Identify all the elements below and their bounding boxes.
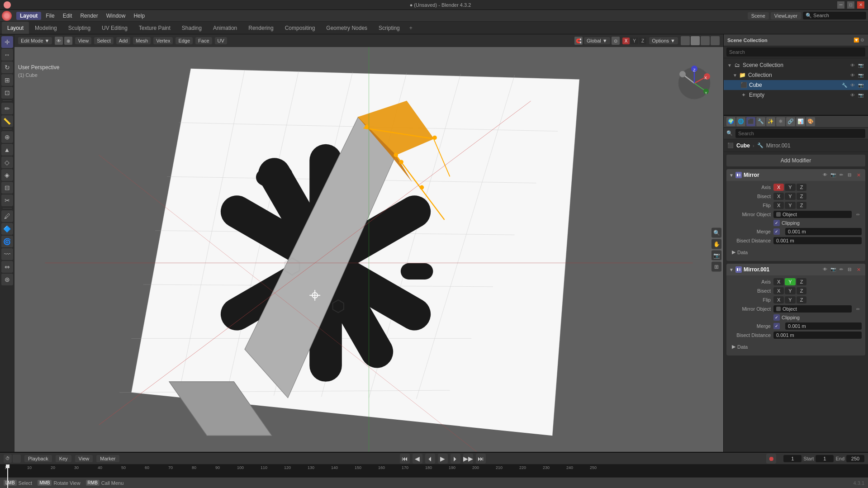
mirror2-realtime-btn[interactable]: 👁: [821, 265, 829, 273]
mirror2-render-btn[interactable]: 📷: [830, 265, 837, 273]
end-frame-input[interactable]: [846, 455, 864, 462]
shrink-fatten-tool[interactable]: ⊛: [1, 274, 13, 285]
mirror1-bisect-z-btn[interactable]: Z: [797, 193, 807, 200]
extrude-tool[interactable]: ▲: [1, 144, 13, 156]
scale-tool[interactable]: ⊞: [1, 74, 13, 86]
tab-scripting[interactable]: Scripting: [373, 22, 405, 34]
menu-edit[interactable]: Edit: [59, 12, 76, 20]
mirror2-flip-z-btn[interactable]: Z: [797, 296, 807, 303]
cube-vis-icon[interactable]: 👁: [849, 81, 856, 89]
prop-constraints-icon[interactable]: 🔗: [786, 117, 795, 126]
viewport-uv-btn[interactable]: UV: [215, 37, 227, 44]
menu-window[interactable]: Window: [103, 12, 129, 20]
outliner-row-scene-collection[interactable]: ▼ 🗂 Scene Collection 👁 📷: [724, 60, 868, 70]
prop-world-icon[interactable]: 🌐: [736, 117, 745, 126]
play-btn[interactable]: ▶: [438, 454, 448, 464]
mirror2-y-axis-btn[interactable]: Y: [785, 278, 795, 285]
menu-render[interactable]: Render: [76, 12, 101, 20]
smooth-tool[interactable]: 〰: [1, 248, 13, 260]
mirror1-bisect-dist-value[interactable]: 0.001 m: [773, 237, 862, 244]
tab-texture-paint[interactable]: Texture Paint: [133, 22, 176, 34]
edge-slide-tool[interactable]: ⇔: [1, 261, 13, 273]
scene-selector[interactable]: Scene: [748, 12, 769, 19]
wireframe-btn[interactable]: [681, 36, 690, 45]
scene-search[interactable]: 🔍 Search: [803, 12, 866, 19]
prop-material-icon[interactable]: 🎨: [806, 117, 815, 126]
timeline-menu-btn[interactable]: [13, 455, 21, 463]
spin-tool[interactable]: 🌀: [1, 236, 13, 247]
col-render-icon[interactable]: 📷: [857, 71, 864, 79]
mirror1-data-header[interactable]: ▶ Data: [730, 248, 862, 256]
mirror1-close-btn[interactable]: ✕: [854, 171, 863, 179]
sculpt-draw-tool[interactable]: 🖊: [1, 210, 13, 222]
mirror2-close-btn[interactable]: ✕: [854, 265, 863, 274]
next-keyframe-btn[interactable]: ⏵: [451, 454, 460, 464]
prev-keyframe-btn[interactable]: ⏴: [425, 454, 435, 464]
viewport-face-btn[interactable]: Face: [195, 37, 212, 44]
viewlayer-selector[interactable]: ViewLayer: [771, 12, 801, 19]
viewport-select-btn[interactable]: Select: [94, 37, 114, 44]
viewport-mesh-btn[interactable]: Mesh: [133, 37, 151, 44]
cube-modifier-icon[interactable]: 🔧: [841, 81, 848, 89]
prop-object-icon[interactable]: ⬛: [746, 117, 755, 126]
move-tool[interactable]: ↔: [1, 49, 13, 61]
viewport-gizmo-btn[interactable]: ⊕: [64, 37, 72, 45]
viewport-edge-btn[interactable]: Edge: [175, 37, 193, 44]
tab-compositing[interactable]: Compositing: [280, 22, 321, 34]
mirror2-flip-y-btn[interactable]: Y: [785, 296, 795, 303]
close-btn[interactable]: ✕: [857, 1, 864, 9]
prop-physics-icon[interactable]: ⚛: [776, 117, 785, 126]
zoom-lens-btn[interactable]: 🔍: [711, 227, 721, 237]
prop-modifier-icon[interactable]: 🔧: [756, 117, 765, 126]
current-frame-input[interactable]: [783, 455, 802, 462]
pivot-selector[interactable]: Global ▼: [584, 37, 610, 44]
key-menu[interactable]: Key: [56, 455, 71, 462]
scene-col-vis-icon[interactable]: 👁: [849, 62, 856, 69]
tab-modeling[interactable]: Modeling: [29, 22, 62, 34]
snap-btn[interactable]: 🧲: [574, 37, 583, 45]
blender-logo[interactable]: [2, 11, 12, 21]
outliner-row-collection[interactable]: ▼ 📁 Collection 👁 📷: [724, 70, 868, 80]
prev-frame-btn[interactable]: ◀: [413, 454, 422, 464]
mirror1-clip-chk-box[interactable]: ✓: [773, 220, 780, 226]
col-vis-icon[interactable]: 👁: [849, 71, 856, 79]
viewport[interactable]: Edit Mode ▼ 👁 ⊕ View Select Add Mesh Ver…: [14, 34, 723, 452]
material-btn[interactable]: [701, 36, 710, 45]
timeline-editor-icon[interactable]: ⏱: [4, 455, 12, 463]
properties-search-input[interactable]: [735, 129, 865, 138]
tab-animation[interactable]: Animation: [208, 22, 242, 34]
mirror2-obj-edit-btn[interactable]: ✏: [854, 305, 862, 313]
viewport-view-btn[interactable]: View: [75, 37, 91, 44]
poly-build-tool[interactable]: 🔷: [1, 223, 13, 235]
viewport-camera-btn[interactable]: 📷: [711, 250, 721, 260]
solid-btn[interactable]: [691, 36, 700, 45]
viewport-vertex-btn[interactable]: Vertex: [153, 37, 173, 44]
prop-particle-icon[interactable]: ✨: [766, 117, 775, 126]
next-frame-btn[interactable]: ▶▶: [463, 454, 473, 464]
menu-file[interactable]: File: [42, 12, 58, 20]
mirror2-merge-chk[interactable]: ✓: [773, 323, 780, 329]
viewport-canvas[interactable]: ⬡ ⬡ User Perspective (1) Cube X: [14, 47, 723, 452]
mirror1-collapse-btn[interactable]: ▼: [729, 173, 734, 178]
mirror2-data-header[interactable]: ▶ Data: [730, 342, 862, 351]
mirror1-obj-field[interactable]: Object: [773, 211, 852, 218]
mirror1-edit-btn[interactable]: ✏: [838, 171, 845, 178]
proportional-btn[interactable]: ⊙: [612, 37, 620, 45]
mirror2-flip-x-btn[interactable]: X: [773, 296, 784, 303]
empty-vis-icon[interactable]: 👁: [849, 91, 856, 99]
knife-tool[interactable]: ✂: [1, 194, 13, 206]
marker-menu[interactable]: Marker: [96, 455, 119, 462]
measure-tool[interactable]: 📏: [1, 115, 13, 127]
record-btn[interactable]: ⏺: [766, 454, 776, 464]
maximize-btn[interactable]: □: [847, 1, 854, 9]
scene-col-render-icon[interactable]: 📷: [857, 62, 864, 69]
minimize-btn[interactable]: ─: [837, 1, 844, 9]
mirror1-x-axis-btn[interactable]: X: [773, 184, 784, 191]
z-axis-btn[interactable]: Z: [639, 38, 646, 44]
add-workspace-btn[interactable]: +: [406, 23, 416, 33]
outliner-settings-btn[interactable]: ⚙: [860, 38, 864, 43]
playback-menu[interactable]: Playback: [24, 455, 52, 462]
rendered-btn[interactable]: [711, 36, 720, 45]
mirror2-bisect-x-btn[interactable]: X: [773, 287, 784, 294]
mirror2-bisect-y-btn[interactable]: Y: [785, 287, 795, 294]
